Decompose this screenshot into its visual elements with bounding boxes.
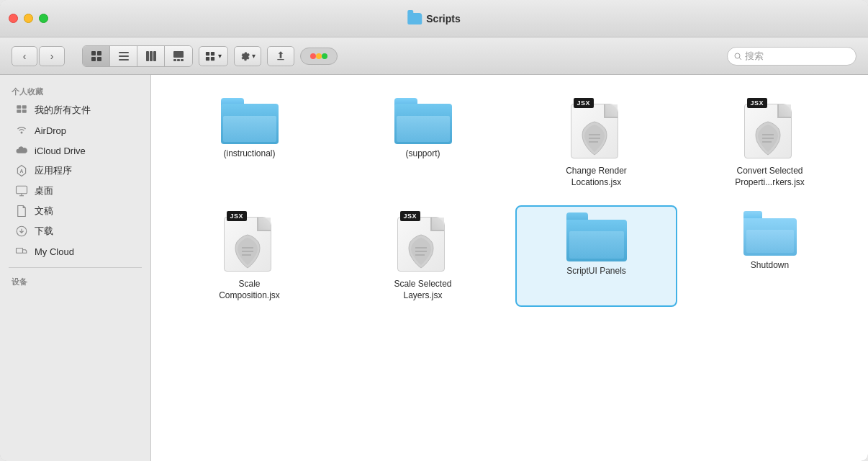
group-icon: [205, 51, 215, 61]
mycloud-icon: [14, 244, 29, 259]
svg-rect-4: [119, 52, 129, 53]
jsx-badge: JSX: [574, 98, 595, 108]
folder-icon-scriptui: [566, 212, 627, 261]
back-icon: ‹: [23, 50, 27, 62]
svg-rect-10: [173, 51, 184, 58]
file-item-convert-selected[interactable]: JSX Convert SelectedProperti...rkers.jsx: [689, 92, 851, 194]
svg-rect-1: [97, 51, 101, 55]
nav-buttons: ‹ ›: [12, 46, 65, 66]
desktop-label: 桌面: [35, 184, 53, 197]
search-box[interactable]: 搜索: [727, 47, 856, 66]
svg-rect-6: [119, 59, 129, 61]
svg-point-19: [316, 53, 322, 59]
traffic-lights: [9, 14, 48, 23]
svg-rect-9: [153, 51, 156, 61]
file-label-instructional: (instructional): [223, 148, 275, 160]
folder-body: [221, 104, 279, 144]
jsx-badge: JSX: [747, 98, 768, 108]
applications-icon: A: [14, 164, 29, 178]
folder-icon-support: [394, 98, 452, 144]
view-list-button[interactable]: [110, 46, 137, 66]
file-label-change-render: Change RenderLocations.jsx: [566, 166, 627, 188]
all-files-icon: [14, 103, 29, 117]
file-label-convert-selected: Convert SelectedProperti...rkers.jsx: [735, 166, 805, 188]
sidebar-item-downloads[interactable]: 下载: [3, 221, 148, 241]
window-title: Scripts: [426, 13, 460, 24]
svg-rect-15: [211, 51, 214, 55]
gallery-icon: [173, 50, 184, 62]
svg-rect-0: [91, 51, 96, 55]
jsx-badge: JSX: [400, 211, 421, 221]
file-item-scale-composition[interactable]: JSX ScaleComposition.jsx: [168, 205, 330, 307]
view-gallery-button[interactable]: [165, 46, 192, 66]
maximize-button[interactable]: [39, 14, 48, 23]
downloads-label: 下载: [35, 225, 53, 238]
file-area: (instructional) (support): [151, 75, 868, 461]
sidebar-item-airdrop[interactable]: AirDrop: [3, 120, 148, 140]
svg-rect-11: [173, 59, 176, 61]
file-label-scriptui-panels: ScriptUI Panels: [566, 266, 626, 277]
file-label-support: (support): [405, 148, 440, 160]
jsx-file-scale-selected: JSX: [397, 211, 449, 274]
close-button[interactable]: [9, 14, 18, 23]
svg-rect-13: [181, 59, 184, 61]
all-files-label: 我的所有文件: [35, 104, 91, 117]
search-placeholder: 搜索: [745, 50, 764, 63]
file-item-support[interactable]: (support): [342, 92, 504, 194]
share-button[interactable]: [267, 46, 294, 66]
main-content: 个人收藏 我的所有文件: [0, 75, 868, 461]
sidebar-item-desktop[interactable]: 桌面: [3, 181, 148, 201]
svg-rect-8: [150, 51, 153, 61]
icloud-label: iCloud Drive: [35, 146, 86, 156]
svg-line-22: [739, 58, 741, 60]
file-item-shutdown[interactable]: Shutdown: [689, 205, 851, 307]
columns-icon: [145, 50, 157, 62]
file-label-scale-composition: ScaleComposition.jsx: [219, 279, 280, 301]
jsx-badge: JSX: [227, 211, 248, 221]
file-item-scriptui-panels[interactable]: ScriptUI Panels: [515, 205, 677, 307]
svg-rect-14: [206, 51, 209, 55]
applications-label: 应用程序: [35, 164, 72, 177]
downloads-icon: [14, 224, 29, 238]
svg-rect-3: [97, 57, 101, 61]
svg-rect-5: [119, 55, 129, 57]
sidebar-item-applications[interactable]: A 应用程序: [3, 161, 148, 181]
documents-icon: [14, 204, 29, 218]
svg-rect-24: [22, 105, 27, 109]
minimize-button[interactable]: [24, 14, 33, 23]
forward-button[interactable]: ›: [39, 46, 65, 66]
search-icon: [733, 52, 742, 61]
gear-icon: [240, 51, 250, 61]
finder-window: Scripts ‹ ›: [0, 0, 868, 461]
file-item-change-render[interactable]: JSX Change RenderLocations.jsx: [515, 92, 677, 194]
titlebar: Scripts: [0, 0, 868, 37]
file-item-instructional[interactable]: (instructional): [168, 92, 330, 194]
group-button[interactable]: ▾: [199, 46, 228, 66]
svg-rect-2: [91, 57, 96, 61]
toolbar: ‹ ›: [0, 37, 868, 75]
jsx-file-convert-selected: JSX: [744, 98, 796, 161]
action-button[interactable]: ▾: [234, 46, 261, 66]
list-icon: [118, 50, 130, 62]
icloud-icon: [14, 143, 29, 158]
title-folder-icon: [407, 13, 422, 24]
folder-body: [394, 104, 452, 144]
airdrop-label: AirDrop: [35, 125, 66, 136]
airdrop-icon: [14, 123, 29, 138]
tag-button[interactable]: [300, 48, 338, 65]
sidebar-item-all-files[interactable]: 我的所有文件: [3, 100, 148, 120]
tag-icon: [308, 51, 330, 61]
back-button[interactable]: ‹: [12, 46, 37, 66]
svg-point-21: [735, 53, 740, 58]
file-item-scale-selected[interactable]: JSX Scale SelectedLayers.jsx: [342, 205, 504, 307]
sidebar-item-mycloud[interactable]: My Cloud: [3, 241, 148, 261]
view-icons-button[interactable]: [83, 46, 110, 66]
file-label-shutdown: Shutdown: [751, 260, 789, 272]
file-label-scale-selected: Scale SelectedLayers.jsx: [394, 279, 451, 301]
share-icon: [275, 50, 286, 62]
svg-point-18: [310, 53, 316, 59]
sidebar-item-icloud[interactable]: iCloud Drive: [3, 140, 148, 161]
view-columns-button[interactable]: [137, 46, 165, 66]
sidebar-item-documents[interactable]: 文稿: [3, 201, 148, 221]
svg-rect-26: [22, 109, 27, 113]
